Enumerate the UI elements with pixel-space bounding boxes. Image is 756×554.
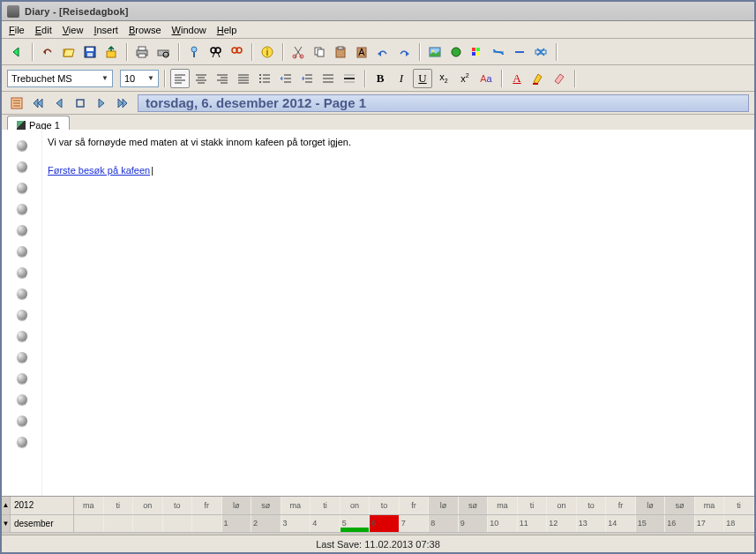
attach-icon[interactable] [184,42,204,62]
day-cell[interactable]: 18 [724,515,754,533]
redo-icon[interactable] [394,42,414,62]
day-cell[interactable]: 14 [606,515,636,533]
menu-edit[interactable]: Edit [35,25,52,35]
font-color-icon[interactable]: A [507,69,527,88]
day-cell[interactable]: 6 [370,515,400,533]
day-cell[interactable] [74,515,104,533]
svg-rect-31 [476,52,480,56]
numbered-list-icon[interactable] [318,69,338,88]
find-next-icon[interactable] [227,42,246,62]
paste-icon[interactable] [331,42,350,62]
nav-first-icon[interactable] [28,94,48,113]
nav-today-icon[interactable] [71,94,90,113]
image-icon[interactable] [425,42,445,62]
margin-bullet-icon [17,416,27,426]
day-cell[interactable]: 16 [665,515,695,533]
align-center-icon[interactable] [191,69,211,88]
paste-format-icon[interactable]: A [352,42,371,62]
highlight-icon[interactable] [528,69,548,88]
day-cell[interactable]: 15 [636,515,666,533]
svg-point-10 [191,47,197,52]
day-cell[interactable]: 4 [311,515,341,533]
palette-icon[interactable] [468,42,487,62]
menu-window[interactable]: Window [172,25,206,35]
menu-file[interactable]: File [9,25,25,35]
day-cell[interactable]: 17 [695,515,725,533]
case-icon[interactable]: Aa [476,69,496,88]
day-cell[interactable]: 2 [251,515,281,533]
outdent-icon[interactable] [276,69,296,88]
export-icon[interactable] [101,42,121,62]
svg-rect-30 [472,52,475,56]
strike-icon[interactable] [489,42,508,62]
day-cell[interactable]: 11 [518,515,548,533]
calendar-strip[interactable]: ▲ 2012 mationtofrløsømationtofrløsømatio… [2,496,754,533]
subscript-icon[interactable]: x2 [434,69,453,88]
day-cell[interactable]: 3 [281,515,311,533]
day-cell[interactable] [192,515,222,533]
clear-icon[interactable] [531,42,550,62]
indent-icon[interactable] [297,69,317,88]
cut-icon[interactable] [288,42,308,62]
open-icon[interactable] [59,42,79,62]
bullets-icon[interactable] [255,69,274,88]
entry-link[interactable]: Første besøk på kafeen [48,165,153,176]
weekday-cell: on [133,497,163,514]
superscript-icon[interactable]: x2 [455,69,475,88]
bold-icon[interactable]: B [371,69,390,88]
menu-browse[interactable]: Browse [129,25,161,35]
margin-bullet-icon [17,161,27,172]
day-cell[interactable]: 5 [341,515,371,533]
day-cell[interactable] [163,515,193,533]
menu-view[interactable]: View [63,25,84,35]
editor-content[interactable]: Vi var så fornøyde med maten at vi stakk… [42,130,754,497]
justify-icon[interactable] [234,69,253,88]
print-icon[interactable] [132,42,152,62]
align-right-icon[interactable] [213,69,232,88]
nav-config-icon[interactable] [7,94,26,113]
day-cell[interactable]: 12 [547,515,577,533]
day-cell[interactable] [104,515,134,533]
app-icon [7,5,19,18]
nav-prev-icon[interactable] [49,94,69,113]
nav-last-icon[interactable] [113,94,132,113]
eraser-icon[interactable] [550,69,569,88]
day-cell[interactable]: 13 [577,515,607,533]
color-icon[interactable] [446,42,466,62]
find-icon[interactable] [206,42,225,62]
weekday-cell: ti [724,497,754,514]
day-cell[interactable] [133,515,163,533]
copy-icon[interactable] [310,42,329,62]
menu-insert[interactable]: Insert [94,25,118,35]
info-icon[interactable]: i [258,42,277,62]
back-icon[interactable] [7,42,26,62]
svg-rect-38 [77,100,84,107]
day-cell[interactable]: 8 [429,515,459,533]
undo2-icon[interactable] [373,42,393,62]
hr-icon[interactable] [340,69,359,88]
weekday-cell: fr [606,497,636,514]
save-icon[interactable] [80,42,100,62]
font-size-select[interactable]: 10▼ [120,70,159,87]
undo-icon[interactable] [38,42,57,62]
editor-area[interactable]: Vi var så fornøyde med maten at vi stakk… [2,130,754,497]
italic-icon[interactable]: I [392,69,411,88]
font-name-select[interactable]: Trebuchet MS▼ [7,70,113,87]
nav-next-icon[interactable] [92,94,111,113]
day-cell[interactable]: 1 [222,515,252,533]
menu-help[interactable]: Help [217,25,237,35]
underline-icon[interactable]: U [413,69,432,88]
day-cell[interactable]: 10 [488,515,518,533]
margin-bullet-icon [17,204,27,214]
minus-icon[interactable] [510,42,529,62]
margin-bullet-icon [17,267,27,278]
day-cell[interactable]: 7 [400,515,430,533]
day-cell[interactable]: 9 [459,515,489,533]
align-left-icon[interactable] [170,69,190,88]
scroll-down-icon[interactable]: ▼ [2,515,11,533]
weekday-cell: ma [695,497,725,514]
weekday-cell: sø [459,497,489,514]
window-title: Diary - [Reisedagbok] [25,6,129,17]
scroll-up-icon[interactable]: ▲ [2,497,11,514]
print-preview-icon[interactable] [153,42,173,62]
